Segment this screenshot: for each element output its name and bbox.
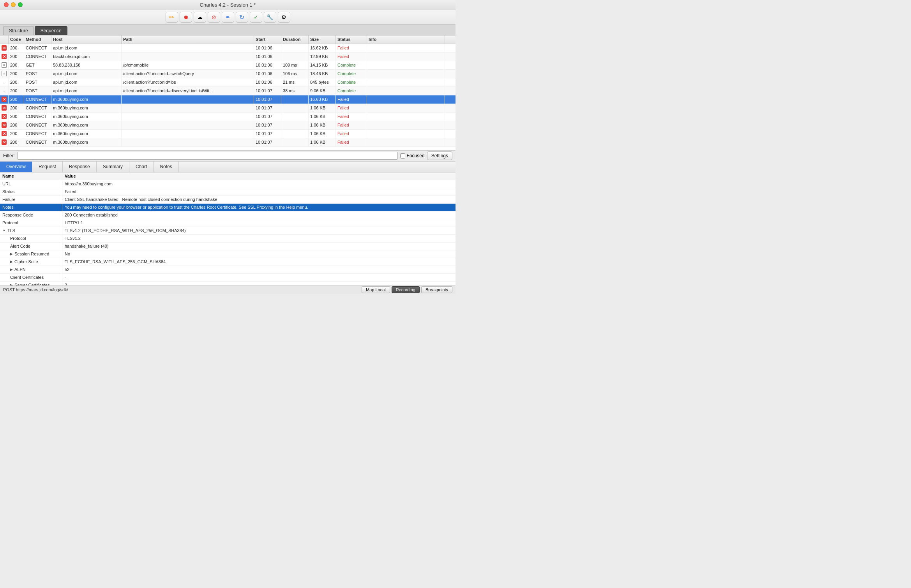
cell-code: 200 xyxy=(9,61,24,69)
detail-row[interactable]: ▼TLS TLSv1.2 (TLS_ECDHE_RSA_WITH_AES_256… xyxy=(0,227,456,235)
detail-value-cell: TLSv1.2 (TLS_ECDHE_RSA_WITH_AES_256_GCM_… xyxy=(62,227,456,234)
col-host-header: Host xyxy=(51,35,122,44)
cell-info xyxy=(367,70,445,78)
filter-bar: Filter: Focused Settings xyxy=(0,151,456,162)
wrench-button[interactable]: 🔧 xyxy=(264,12,276,23)
detail-row[interactable]: Protocol HTTP/1.1 xyxy=(0,219,456,227)
col-icon-header xyxy=(0,35,9,44)
cloud-button[interactable]: ☁ xyxy=(194,12,206,23)
detail-row[interactable]: Response Code 200 Connection established xyxy=(0,211,456,219)
cell-start: 10:01:06 xyxy=(254,61,281,69)
down-arrow-icon: ↓ xyxy=(2,88,7,93)
cell-path xyxy=(122,138,254,146)
focused-checkbox[interactable] xyxy=(400,153,405,158)
traffic-lights xyxy=(4,2,23,7)
tab-chart[interactable]: Chart xyxy=(129,162,154,172)
cell-info xyxy=(367,61,445,69)
tab-sequence[interactable]: Sequence xyxy=(35,26,67,35)
detail-value-cell: You may need to configure your browser o… xyxy=(62,204,456,211)
table-row[interactable]: ↓ 200 POST api.m.jd.com /client.action?f… xyxy=(0,87,456,95)
detail-row[interactable]: ▶Session Resumed No xyxy=(0,250,456,258)
tab-summary[interactable]: Summary xyxy=(97,162,129,172)
cell-status: Failed xyxy=(336,53,367,61)
tab-overview[interactable]: Overview xyxy=(0,162,32,172)
cell-path xyxy=(122,113,254,121)
record-button[interactable]: ⏺ xyxy=(180,12,192,23)
cell-icon: ✕ xyxy=(0,138,9,146)
cell-status: Failed xyxy=(336,130,367,138)
cell-duration xyxy=(281,44,309,52)
table-row[interactable]: ✕ 200 CONNECT api.m.jd.com 10:01:06 16.6… xyxy=(0,44,456,53)
cell-status: Complete xyxy=(336,87,367,95)
detail-value-cell: h2 xyxy=(62,266,456,273)
table-row[interactable]: ✕ 200 CONNECT m.360buyimg.com 10:01:07 1… xyxy=(0,113,456,121)
detail-row[interactable]: ▶ALPN h2 xyxy=(0,266,456,274)
detail-row[interactable]: Client Certificates - xyxy=(0,274,456,282)
filter-label: Filter: xyxy=(3,153,15,158)
cell-size: 1.06 KB xyxy=(309,121,336,129)
cell-duration xyxy=(281,121,309,129)
detail-row[interactable]: Failure Client SSL handshake failed - Re… xyxy=(0,196,456,204)
maximize-button[interactable] xyxy=(18,2,23,7)
detail-row[interactable]: ▶Server Certificates 2 xyxy=(0,282,456,285)
refresh-button[interactable]: ↻ xyxy=(236,12,248,23)
table-row[interactable]: ✕ 200 CONNECT m.360buyimg.com 10:01:07 1… xyxy=(0,130,456,138)
settings-button[interactable]: Settings xyxy=(427,151,452,160)
breakpoints-button[interactable]: Breakpoints xyxy=(421,286,452,293)
cell-icon: ✕ xyxy=(0,53,9,61)
cell-method: POST xyxy=(24,87,51,95)
app-window: Charles 4.2 - Session 1 * ✏ ⏺ ☁ ⊘ ✒ ↻ ✓ … xyxy=(0,0,456,294)
table-row[interactable]: ✕ 200 CONNECT blackhole.m.jd.com 10:01:0… xyxy=(0,53,456,61)
cell-path xyxy=(122,53,254,61)
table-row[interactable]: ✕ 200 CONNECT m.360buyimg.com 10:01:07 1… xyxy=(0,138,456,147)
pen-button[interactable]: ✏ xyxy=(166,12,178,23)
detail-row[interactable]: Alert Code handshake_failure (40) xyxy=(0,243,456,250)
close-button[interactable] xyxy=(4,2,9,7)
table-row[interactable]: ✕ 200 CONNECT m.360buyimg.com 10:01:07 1… xyxy=(0,95,456,104)
cell-method: CONNECT xyxy=(24,44,51,52)
detail-row[interactable]: Status Failed xyxy=(0,188,456,196)
tab-request[interactable]: Request xyxy=(32,162,63,172)
error-icon: ✕ xyxy=(2,139,7,145)
minimize-button[interactable] xyxy=(11,2,16,7)
check-button[interactable]: ✓ xyxy=(250,12,262,23)
table-row[interactable]: ↓ 200 POST api.m.jd.com /client.action?f… xyxy=(0,78,456,87)
detail-row[interactable]: Protocol TLSv1.2 xyxy=(0,235,456,243)
cell-path: /client.action?functionId=discoveryLiveL… xyxy=(122,87,254,95)
detail-tabs: Overview Request Response Summary Chart … xyxy=(0,162,456,173)
detail-row[interactable]: URL https://m.360buyimg.com xyxy=(0,180,456,188)
table-row[interactable]: ≡ 200 GET 58.83.230.158 /p/cmomobile 10:… xyxy=(0,61,456,70)
requests-table[interactable]: Code Method Host Path Start Duration Siz… xyxy=(0,35,456,151)
error-icon: ✕ xyxy=(2,122,7,128)
detail-name-cell: ▶ALPN xyxy=(0,266,62,273)
cell-method: CONNECT xyxy=(24,121,51,129)
table-row[interactable]: ≡ 200 POST api.m.jd.com /client.action?f… xyxy=(0,70,456,78)
focused-check[interactable]: Focused xyxy=(400,153,425,158)
tab-notes[interactable]: Notes xyxy=(154,162,178,172)
filter-input[interactable] xyxy=(17,152,398,160)
table-row[interactable]: ✕ 200 CONNECT m.360buyimg.com 10:01:07 1… xyxy=(0,121,456,130)
cell-duration xyxy=(281,104,309,112)
detail-row[interactable]: Notes You may need to configure your bro… xyxy=(0,204,456,211)
cell-path: /client.action?functionId=lbs xyxy=(122,78,254,86)
tab-response[interactable]: Response xyxy=(63,162,97,172)
table-body: ✕ 200 CONNECT api.m.jd.com 10:01:06 16.6… xyxy=(0,44,456,147)
cell-code: 200 xyxy=(9,44,24,52)
detail-value-cell: handshake_failure (40) xyxy=(62,243,456,250)
recording-button[interactable]: Recording xyxy=(392,286,420,293)
cell-status: Failed xyxy=(336,104,367,112)
table-row[interactable]: ✕ 200 CONNECT m.360buyimg.com 10:01:07 1… xyxy=(0,104,456,113)
pencil2-button[interactable]: ✒ xyxy=(222,12,234,23)
detail-name-cell: Status xyxy=(0,188,62,195)
map-local-button[interactable]: Map Local xyxy=(362,286,390,293)
error-icon: ✕ xyxy=(2,97,7,102)
stop-button[interactable]: ⊘ xyxy=(208,12,220,23)
cell-size: 14.15 KB xyxy=(309,61,336,69)
cell-size: 1.06 KB xyxy=(309,104,336,112)
detail-row[interactable]: ▶Cipher Suite TLS_ECDHE_RSA_WITH_AES_256… xyxy=(0,258,456,266)
tab-structure[interactable]: Structure xyxy=(3,26,34,35)
col-size-header: Size xyxy=(309,35,336,44)
cell-host: m.360buyimg.com xyxy=(51,104,122,112)
gear-button[interactable]: ⚙ xyxy=(278,12,290,23)
cell-icon: ✕ xyxy=(0,95,9,104)
